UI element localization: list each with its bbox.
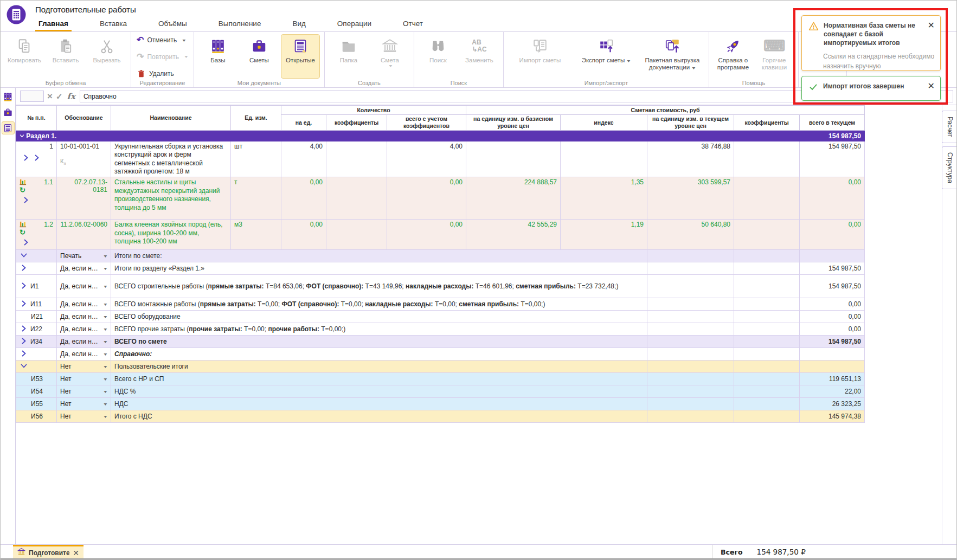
fx-icon: fx: [67, 92, 75, 101]
side-tab-Расчет[interactable]: Расчет: [942, 111, 956, 143]
chevron-down-icon[interactable]: [22, 363, 26, 371]
new-estimate-button[interactable]: Смета▼: [370, 34, 409, 79]
totals-row-id: И53: [31, 375, 43, 383]
search-button[interactable]: Поиск: [419, 34, 458, 79]
binoculars-icon: [430, 38, 446, 54]
chevron-right-icon[interactable]: [22, 350, 26, 358]
chevron-down-icon[interactable]: [20, 132, 24, 140]
batch-icon: [664, 38, 680, 54]
cell-dropdown[interactable]: Да, если н…▼: [57, 275, 111, 298]
menu-tab-Объёмы[interactable]: Объёмы: [155, 17, 190, 31]
formula-apply-icon[interactable]: ✓: [56, 92, 63, 101]
chevron-right-icon[interactable]: [24, 155, 28, 163]
totals-row[interactable]: И34Да, если н…▼ВСЕГО по смете154 987,50: [16, 336, 865, 348]
cell-dropdown[interactable]: Да, если н…▼: [57, 311, 111, 323]
button-label: Горячие клавиши: [756, 57, 792, 71]
bases-button[interactable]: Базы: [198, 34, 237, 79]
menu-tab-Вставка[interactable]: Вставка: [97, 17, 130, 31]
cell-dropdown[interactable]: Да, если н…▼: [57, 262, 111, 275]
cell-num: И54: [16, 385, 57, 398]
header-cost-total: всего в текущем: [800, 115, 865, 131]
cell-dropdown[interactable]: Нет▼: [57, 398, 111, 410]
menu-tab-Операции[interactable]: Операции: [334, 17, 375, 31]
totals-row[interactable]: Да, если н…▼Справочно:: [16, 348, 865, 361]
menu-tab-Вид[interactable]: Вид: [289, 17, 309, 31]
opened-button[interactable]: Открытые: [281, 34, 320, 79]
cell-dropdown[interactable]: Да, если н…▼: [57, 323, 111, 336]
cut-button[interactable]: Вырезать: [87, 34, 126, 79]
success-check-icon: [808, 82, 818, 94]
estimates-button[interactable]: Сметы: [240, 34, 279, 79]
side-tab-Структура[interactable]: Структура: [942, 146, 956, 189]
button-label: Повторить: [147, 53, 179, 61]
export-estimate-button[interactable]: Экспорт сметы▼: [574, 34, 638, 79]
chevron-right-icon[interactable]: [22, 282, 26, 291]
totals-row[interactable]: И11Да, если н…▼ВСЕГО монтажные работы (п…: [16, 298, 865, 311]
cell-dropdown[interactable]: Да, если н…▼: [57, 336, 111, 348]
totals-dropdown-label: Да, если н…: [60, 300, 98, 308]
document-tab[interactable]: Подготовительн… ✕: [13, 545, 84, 559]
menu-tab-Отчет[interactable]: Отчет: [400, 17, 426, 31]
cell-dropdown[interactable]: Нет▼: [57, 385, 111, 398]
totals-row[interactable]: И56Нет▼Итого с НДС145 974,38: [16, 410, 865, 423]
cell-dropdown[interactable]: Нет▼: [57, 373, 111, 385]
totals-row[interactable]: И55Нет▼НДС26 323,25: [16, 398, 865, 410]
cell-dropdown[interactable]: Нет▼: [57, 410, 111, 423]
import-estimate-button[interactable]: Импорт сметы: [508, 34, 572, 79]
cell-dropdown[interactable]: Да, если н…▼: [57, 298, 111, 311]
totals-row[interactable]: И53Нет▼Всего с НР и СП119 651,13: [16, 373, 865, 385]
hotkeys-button[interactable]: ⌨Горячие клавиши: [755, 34, 794, 79]
header-qty-unit: на ед.: [281, 115, 326, 131]
menu-tab-Выполнение[interactable]: Выполнение: [215, 17, 265, 31]
cell-dropdown[interactable]: Печать▼: [57, 250, 111, 262]
totals-row[interactable]: Да, если н…▼Итоги по разделу «Раздел 1.»…: [16, 262, 865, 275]
warning-close-icon[interactable]: ✕: [928, 21, 935, 30]
delete-button[interactable]: Удалить: [136, 68, 189, 79]
chevron-right-icon[interactable]: [35, 155, 39, 163]
cell-reference-input[interactable]: [20, 91, 44, 102]
chevron-down-icon[interactable]: [22, 252, 26, 260]
cell-dropdown[interactable]: Нет▼: [57, 361, 111, 373]
help-about-button[interactable]: Справка о программе: [714, 34, 753, 79]
totals-row[interactable]: И54Нет▼НДС %22,00: [16, 385, 865, 398]
strip-opened-icon[interactable]: [2, 121, 15, 134]
menu-tab-Главная[interactable]: Главная: [35, 17, 72, 31]
totals-row[interactable]: И22Да, если н…▼ВСЕГО прочие затраты (про…: [16, 323, 865, 336]
table-row[interactable]: 110-01-001-01КпУкрупнительная сборка и у…: [16, 141, 865, 177]
chevron-right-icon[interactable]: [22, 300, 26, 308]
chevron-right-icon[interactable]: [24, 239, 28, 247]
strip-briefcase-icon[interactable]: [2, 106, 15, 119]
briefcase-icon: [3, 107, 13, 118]
totals-row[interactable]: Нет▼Пользовательские итоги: [16, 361, 865, 373]
batch-upload-button[interactable]: Пакетная выгрузка документации▼: [640, 34, 704, 79]
paste-button[interactable]: Вставить: [46, 34, 85, 79]
copy-button[interactable]: Копировать: [5, 34, 44, 79]
totals-row[interactable]: И21Да, если н…▼ВСЕГО оборудование0,00: [16, 311, 865, 323]
success-close-icon[interactable]: ✕: [928, 82, 935, 91]
cell-name: Итоги по смете:: [111, 250, 647, 262]
section-row[interactable]: Раздел 1.154 987,50: [16, 131, 865, 141]
cell-cost-coef: [734, 398, 800, 410]
totals-dropdown-label: Да, если н…: [60, 325, 98, 333]
chevron-right-icon[interactable]: [22, 265, 26, 273]
totals-row[interactable]: И1Да, если н…▼ВСЕГО строительные работы …: [16, 275, 865, 298]
strip-bases-icon[interactable]: [2, 90, 15, 103]
cell-dropdown[interactable]: Да, если н…▼: [57, 348, 111, 361]
new-folder-button[interactable]: Папка: [329, 34, 368, 79]
replace-button[interactable]: AB↳ACЗаменить: [460, 34, 499, 79]
chevron-right-icon[interactable]: [24, 197, 28, 205]
undo-button[interactable]: ↶Отменить▼: [136, 35, 189, 45]
totals-row[interactable]: Печать▼Итоги по смете:: [16, 250, 865, 262]
document-tab-close-icon[interactable]: ✕: [73, 549, 79, 557]
table-row[interactable]: ↻1.107.2.07.13-0181Стальные настилы и щи…: [16, 177, 865, 220]
cell-num: И1: [16, 275, 57, 298]
chevron-right-icon[interactable]: [22, 338, 26, 346]
totals-dropdown-label: Нет: [60, 375, 71, 383]
chevron-right-icon[interactable]: [22, 325, 26, 333]
cell-num: [16, 250, 57, 262]
table-row[interactable]: ↻1.211.2.06.02-0060Балка клееная хвойных…: [16, 220, 865, 250]
redo-button[interactable]: ↷Повторить▼: [136, 52, 189, 62]
cell-num: И11: [16, 298, 57, 311]
cell-cost-current: [647, 311, 734, 323]
formula-cancel-icon[interactable]: ×: [47, 91, 53, 102]
